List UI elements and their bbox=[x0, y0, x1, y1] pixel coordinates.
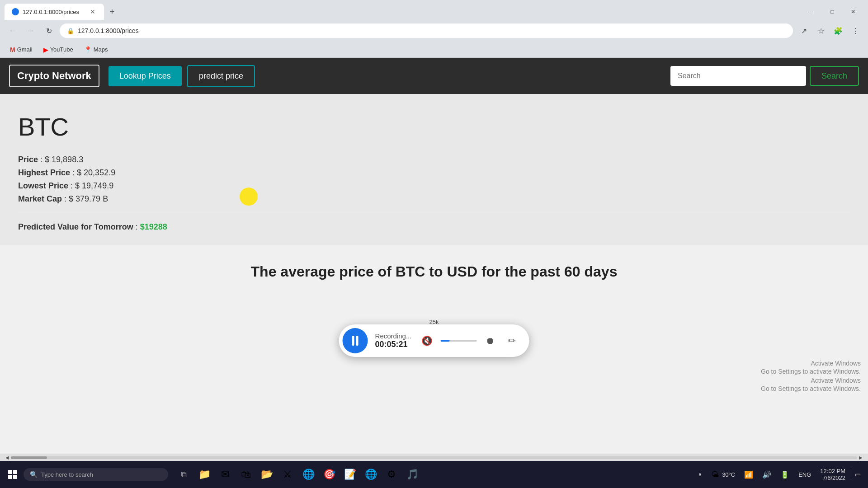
youtube-label: YouTube bbox=[50, 46, 73, 53]
predicted-section: Predicted Value for Tomorrow : $19288 bbox=[18, 222, 850, 232]
mute-button[interactable]: 🔇 bbox=[419, 333, 435, 349]
bookmark-button[interactable]: ☆ bbox=[814, 23, 828, 38]
bookmark-gmail[interactable]: M Gmail bbox=[5, 44, 37, 55]
taskbar-app-explorer[interactable]: 📁 bbox=[194, 465, 214, 484]
minimize-button[interactable]: ─ bbox=[801, 5, 822, 19]
taskbar-app-settings[interactable]: ⚙ bbox=[382, 465, 401, 484]
files-icon: 📂 bbox=[261, 469, 273, 480]
music-icon: 🎵 bbox=[406, 469, 419, 480]
volume-icon: 🔊 bbox=[762, 470, 771, 479]
scroll-left-arrow[interactable]: ◀ bbox=[4, 455, 11, 460]
recording-info: Recording... 00:05:21 bbox=[375, 332, 412, 349]
word-icon: 📝 bbox=[344, 469, 356, 480]
taskbar-app-files[interactable]: 📂 bbox=[257, 465, 277, 484]
predicted-colon: : bbox=[136, 222, 140, 231]
brand-logo[interactable]: Crypto Network bbox=[9, 65, 99, 87]
taskbar-app-game[interactable]: ⚔ bbox=[278, 465, 297, 484]
share-button[interactable]: ↗ bbox=[797, 23, 811, 38]
taskbar-apps: ⧉ 📁 ✉ 🛍 📂 ⚔ 🌐 🎯 📝 🌐 ⚙ bbox=[174, 465, 422, 484]
lowest-label: Lowest Price bbox=[18, 181, 68, 190]
highest-colon: : bbox=[72, 168, 77, 177]
system-tray[interactable]: ∧ bbox=[694, 469, 706, 479]
browser-chrome: 127.0.0.1:8000/prices ✕ + ─ □ ✕ ← → ↻ 🔒 … bbox=[0, 0, 868, 58]
taskbar-search[interactable]: 🔍 Type here to search bbox=[24, 468, 168, 481]
search-icon: 🔍 bbox=[30, 471, 38, 478]
activate-windows-watermark: Activate Windows Go to Settings to activ… bbox=[754, 355, 868, 398]
refresh-button[interactable]: ↻ bbox=[42, 23, 56, 38]
weather-widget[interactable]: 🌤 30°C bbox=[708, 468, 739, 481]
price-row: Price : $ 19,898.3 bbox=[18, 155, 850, 164]
lang-indicator[interactable]: ENG bbox=[795, 469, 815, 480]
tab-favicon bbox=[12, 8, 19, 15]
scroll-track[interactable] bbox=[11, 456, 857, 459]
lowest-colon: : bbox=[71, 181, 75, 190]
price-table: Price : $ 19,898.3 Highest Price : $ 20,… bbox=[18, 155, 850, 204]
lowest-price-row: Lowest Price : $ 19,749.9 bbox=[18, 181, 850, 191]
battery-icon-btn[interactable]: 🔋 bbox=[777, 469, 793, 481]
battery-icon: 🔋 bbox=[780, 470, 789, 479]
extensions-button[interactable]: 🧩 bbox=[831, 23, 845, 38]
recording-status: Recording... bbox=[375, 332, 412, 340]
active-tab[interactable]: 127.0.0.1:8000/prices ✕ bbox=[5, 4, 104, 20]
page-content: Crypto Network Lookup Prices predict pri… bbox=[0, 58, 868, 325]
show-desktop-button[interactable]: ▭ bbox=[851, 469, 864, 480]
predict-price-link[interactable]: predict price bbox=[187, 65, 255, 87]
search-button[interactable]: Search bbox=[810, 66, 859, 86]
back-button[interactable]: ← bbox=[5, 23, 20, 38]
taskbar-app-music[interactable]: 🎵 bbox=[402, 465, 422, 484]
bookmark-maps[interactable]: 📍 Maps bbox=[80, 44, 113, 55]
windows-logo-icon bbox=[8, 470, 17, 479]
chart-title: The average price of BTC to USD for the … bbox=[0, 263, 868, 280]
forward-button[interactable]: → bbox=[24, 23, 38, 38]
bookmark-youtube[interactable]: ▶ YouTube bbox=[39, 44, 78, 55]
lookup-prices-link[interactable]: Lookup Prices bbox=[108, 66, 182, 86]
chrome-icon: 🌐 bbox=[365, 469, 377, 480]
start-button[interactable] bbox=[4, 465, 22, 483]
network-icon-btn[interactable]: 📶 bbox=[741, 469, 757, 481]
taskbar-app-store[interactable]: 🛍 bbox=[236, 465, 256, 484]
price-label: Price bbox=[18, 155, 38, 164]
weather-icon: 🌤 bbox=[711, 470, 719, 479]
toolbar-icons: ↗ ☆ 🧩 ⋮ bbox=[797, 23, 863, 38]
taskbar-app-app2[interactable]: 🎯 bbox=[319, 465, 339, 484]
taskbar-right: ∧ 🌤 30°C 📶 🔊 🔋 ENG 12:02 PM 7/6/2022 ▭ bbox=[694, 466, 864, 483]
menu-button[interactable]: ⋮ bbox=[848, 23, 863, 38]
taskbar-app-word[interactable]: 📝 bbox=[340, 465, 360, 484]
volume-slider[interactable] bbox=[440, 340, 476, 342]
price-colon: : bbox=[40, 155, 45, 164]
divider bbox=[18, 213, 850, 213]
scroll-thumb[interactable] bbox=[11, 456, 47, 459]
window-controls: ─ □ ✕ bbox=[801, 5, 863, 19]
up-arrow-icon: ∧ bbox=[698, 471, 702, 478]
taskbar-search-placeholder: Type here to search bbox=[41, 471, 93, 478]
recording-pause-button[interactable] bbox=[343, 328, 368, 353]
new-tab-button[interactable]: + bbox=[106, 5, 118, 18]
price-value: $ 19,898.3 bbox=[45, 155, 83, 164]
volume-icon-btn[interactable]: 🔊 bbox=[759, 469, 775, 481]
desktop-icon: ▭ bbox=[855, 471, 861, 478]
taskbar-app-edge[interactable]: 🌐 bbox=[298, 465, 318, 484]
horizontal-scrollbar[interactable]: ◀ ▶ bbox=[0, 454, 868, 461]
datetime-widget[interactable]: 12:02 PM 7/6/2022 bbox=[816, 466, 849, 483]
taskbar-app-task-view[interactable]: ⧉ bbox=[174, 465, 193, 484]
taskbar-app-chrome[interactable]: 🌐 bbox=[361, 465, 381, 484]
coin-symbol: BTC bbox=[18, 112, 850, 141]
recording-time: 00:05:21 bbox=[375, 340, 412, 349]
tab-close-button[interactable]: ✕ bbox=[89, 8, 97, 16]
highest-price-row: Highest Price : $ 20,352.9 bbox=[18, 168, 850, 178]
search-input[interactable] bbox=[670, 66, 806, 86]
maps-icon: 📍 bbox=[84, 46, 92, 53]
maximize-button[interactable]: □ bbox=[822, 5, 843, 19]
address-bar[interactable]: 🔒 127.0.0.1:8000/prices bbox=[60, 23, 793, 38]
close-window-button[interactable]: ✕ bbox=[843, 5, 863, 19]
record-button[interactable]: ⏺ bbox=[482, 333, 498, 349]
chart-section: The average price of BTC to USD for the … bbox=[0, 245, 868, 325]
clock-time: 12:02 PM bbox=[820, 468, 845, 474]
taskbar-app-mail[interactable]: ✉ bbox=[215, 465, 235, 484]
activate-line1: Activate Windows bbox=[761, 360, 861, 367]
bookmarks-bar: M Gmail ▶ YouTube 📍 Maps bbox=[0, 42, 868, 58]
youtube-icon: ▶ bbox=[43, 46, 48, 53]
scroll-right-arrow[interactable]: ▶ bbox=[857, 455, 864, 460]
recording-widget: Recording... 00:05:21 🔇 ⏺ ✏ bbox=[339, 324, 529, 357]
edit-button[interactable]: ✏ bbox=[504, 333, 520, 349]
